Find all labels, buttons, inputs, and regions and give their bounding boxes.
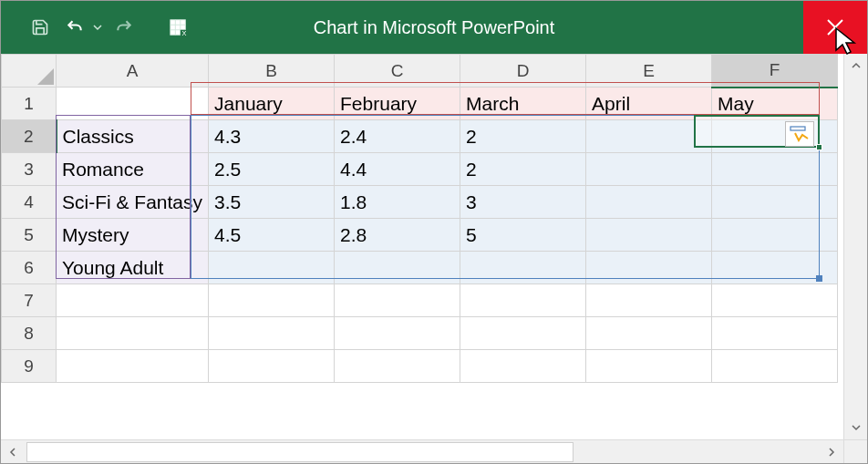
cell-B8[interactable]	[209, 317, 335, 350]
cell-C9[interactable]	[335, 350, 460, 383]
cell-B6[interactable]	[209, 252, 335, 284]
cell-F5[interactable]	[712, 219, 838, 252]
cell-C7[interactable]	[335, 284, 460, 317]
close-button[interactable]	[803, 1, 867, 54]
chart-quick-options-button[interactable]	[785, 121, 814, 147]
cell-D6[interactable]	[460, 252, 586, 284]
cell-E4[interactable]	[586, 186, 712, 219]
cell-B7[interactable]	[209, 284, 335, 317]
cell-F9[interactable]	[712, 350, 838, 383]
cell-C8[interactable]	[335, 317, 460, 350]
row-header-9[interactable]: 9	[2, 350, 57, 383]
cell-D1[interactable]: March	[460, 88, 586, 120]
cell-C6[interactable]	[335, 252, 460, 284]
undo-dropdown[interactable]	[90, 23, 105, 32]
cell-F4[interactable]	[712, 186, 838, 219]
cell-D2[interactable]: 2	[460, 120, 586, 153]
row-header-6[interactable]: 6	[2, 252, 57, 284]
redo-button[interactable]	[105, 10, 143, 45]
scroll-corner	[843, 439, 867, 463]
chevron-up-icon	[852, 61, 861, 70]
row-header-8[interactable]: 8	[2, 317, 57, 350]
cell-B2[interactable]: 4.3	[209, 120, 335, 153]
cell-B9[interactable]	[209, 350, 335, 383]
hscroll-thumb[interactable]	[26, 442, 574, 462]
close-icon	[826, 18, 844, 36]
cell-C2[interactable]: 2.4	[335, 120, 460, 153]
cell-A4[interactable]: Sci-Fi & Fantasy	[57, 186, 209, 219]
grid: A B C D E F 1 January February March Apr…	[1, 54, 838, 383]
chevron-right-icon	[827, 448, 836, 457]
row-header-5[interactable]: 5	[2, 219, 57, 252]
cell-E7[interactable]	[586, 284, 712, 317]
cell-D4[interactable]: 3	[460, 186, 586, 219]
cell-D9[interactable]	[460, 350, 586, 383]
scroll-right-button[interactable]	[820, 440, 843, 464]
cell-A5[interactable]: Mystery	[57, 219, 209, 252]
cell-B5[interactable]: 4.5	[209, 219, 335, 252]
cell-A2[interactable]: Classics	[57, 120, 209, 153]
cell-E3[interactable]	[586, 153, 712, 186]
window-title: Chart in Microsoft PowerPoint	[314, 17, 555, 38]
cell-F1[interactable]: May	[712, 88, 838, 120]
cell-C4[interactable]: 1.8	[335, 186, 460, 219]
col-header-D[interactable]: D	[460, 55, 586, 88]
scroll-down-button[interactable]	[844, 416, 868, 439]
col-header-F[interactable]: F	[712, 55, 838, 88]
scroll-left-button[interactable]	[1, 440, 25, 464]
col-header-A[interactable]: A	[57, 55, 209, 88]
cell-A3[interactable]: Romance	[57, 153, 209, 186]
cell-F3[interactable]	[712, 153, 838, 186]
redo-icon	[114, 18, 134, 36]
cell-F7[interactable]	[712, 284, 838, 317]
cell-C3[interactable]: 4.4	[335, 153, 460, 186]
horizontal-scrollbar[interactable]	[1, 439, 843, 463]
cell-A1[interactable]	[57, 88, 209, 120]
row-header-3[interactable]: 3	[2, 153, 57, 186]
cell-D5[interactable]: 5	[460, 219, 586, 252]
data-range-handle[interactable]	[816, 275, 822, 282]
cell-E1[interactable]: April	[586, 88, 712, 120]
cell-C5[interactable]: 2.8	[335, 219, 460, 252]
cell-D8[interactable]	[460, 317, 586, 350]
cell-A6[interactable]: Young Adult	[57, 252, 209, 284]
cell-D3[interactable]: 2	[460, 153, 586, 186]
row-header-2[interactable]: 2	[2, 120, 57, 153]
col-header-B[interactable]: B	[209, 55, 335, 88]
cell-E2[interactable]	[586, 120, 712, 153]
chevron-down-icon	[852, 423, 861, 432]
row-header-4[interactable]: 4	[2, 186, 57, 219]
cell-B1[interactable]: January	[209, 88, 335, 120]
col-header-E[interactable]: E	[586, 55, 712, 88]
worksheet-icon: X	[169, 17, 189, 37]
save-button[interactable]	[21, 10, 59, 45]
cell-A8[interactable]	[57, 317, 209, 350]
cell-A9[interactable]	[57, 350, 209, 383]
undo-button[interactable]	[59, 10, 90, 45]
chevron-left-icon	[8, 448, 17, 457]
spreadsheet[interactable]: A B C D E F 1 January February March Apr…	[1, 54, 867, 446]
chevron-down-icon	[93, 23, 102, 32]
scroll-up-button[interactable]	[844, 54, 868, 77]
save-icon	[31, 18, 49, 36]
cell-B3[interactable]: 2.5	[209, 153, 335, 186]
row-header-1[interactable]: 1	[2, 88, 57, 120]
fill-handle[interactable]	[816, 144, 822, 150]
cell-E8[interactable]	[586, 317, 712, 350]
svg-rect-9	[790, 127, 805, 130]
col-header-C[interactable]: C	[335, 55, 460, 88]
cell-C1[interactable]: February	[335, 88, 460, 120]
vertical-scrollbar[interactable]	[843, 54, 867, 439]
cell-A7[interactable]	[57, 284, 209, 317]
cell-E9[interactable]	[586, 350, 712, 383]
quick-access-toolbar: X	[1, 1, 198, 54]
cell-D7[interactable]	[460, 284, 586, 317]
select-all-triangle-icon	[37, 68, 54, 85]
worksheet-button[interactable]: X	[160, 10, 198, 45]
cell-F8[interactable]	[712, 317, 838, 350]
cell-E6[interactable]	[586, 252, 712, 284]
cell-B4[interactable]: 3.5	[209, 186, 335, 219]
row-header-7[interactable]: 7	[2, 284, 57, 317]
cell-E5[interactable]	[586, 219, 712, 252]
select-all-corner[interactable]	[2, 55, 57, 88]
